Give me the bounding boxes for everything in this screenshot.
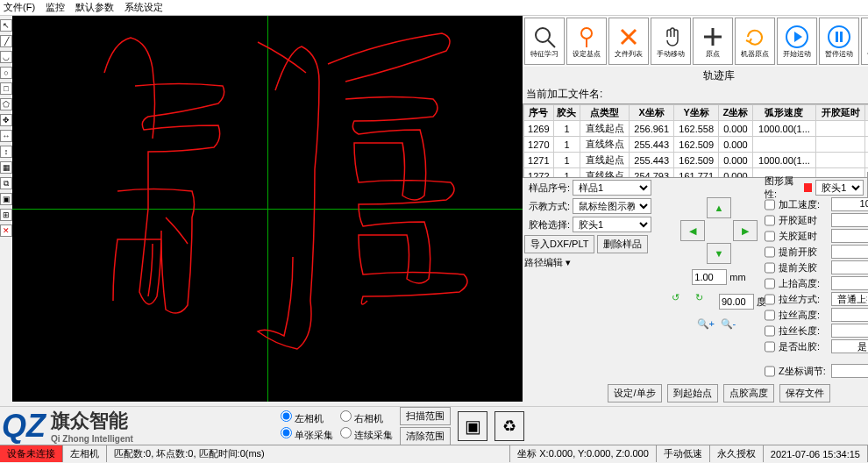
cont-cap-radio[interactable]: 连续采集 bbox=[340, 427, 393, 442]
glue-select[interactable]: 胶头1 bbox=[573, 217, 651, 232]
tool-arc[interactable]: ◡ bbox=[0, 51, 12, 63]
col-header[interactable]: 上抬高… bbox=[865, 105, 868, 121]
rotate-cw[interactable]: ↻ bbox=[695, 292, 716, 311]
table-row[interactable]: 12711直线起点255.443162.5090.0001000.00(1... bbox=[524, 153, 869, 168]
param-check-7[interactable] bbox=[765, 310, 775, 321]
col-header[interactable]: 开胶延时 bbox=[816, 105, 865, 121]
tool-icon[interactable]: ♻ bbox=[494, 411, 524, 441]
tool-copy[interactable]: ⧉ bbox=[0, 177, 12, 189]
chevron-down-icon[interactable]: ▾ bbox=[566, 257, 571, 268]
step-input[interactable] bbox=[692, 269, 727, 285]
col-header[interactable]: 序号 bbox=[524, 105, 554, 121]
param-check-5[interactable] bbox=[765, 278, 775, 289]
fit-view-icon[interactable]: ▣ bbox=[458, 411, 487, 441]
param-value-1[interactable]: 0 bbox=[831, 213, 868, 227]
param-check-0[interactable] bbox=[765, 199, 775, 210]
param-check-2[interactable] bbox=[765, 231, 775, 242]
trajectory-table[interactable]: 序号胶头点类型X坐标Y坐标Z坐标弧形速度开胶延时上抬高…12691直线起点256… bbox=[523, 103, 868, 178]
tool-move[interactable]: ✥ bbox=[0, 114, 12, 126]
col-header[interactable]: Z坐标 bbox=[719, 105, 752, 121]
arrow-up[interactable]: ▲ bbox=[707, 197, 731, 218]
zcomp-check[interactable] bbox=[765, 366, 775, 377]
menu-defparam[interactable]: 默认参数 bbox=[75, 1, 114, 14]
to-start-button[interactable]: 到起始点 bbox=[667, 384, 718, 402]
param-select-6[interactable]: 普通上抬 bbox=[831, 292, 868, 306]
manual-move-button[interactable]: 手动移动 bbox=[651, 18, 691, 65]
tool-poly[interactable]: ⬠ bbox=[0, 98, 12, 110]
zoom-in-icon[interactable]: 🔍+ bbox=[697, 318, 718, 338]
current-file-label: 当前加工文件名: bbox=[523, 85, 868, 103]
param-check-3[interactable] bbox=[765, 246, 775, 258]
zoom-out-icon[interactable]: 🔍- bbox=[721, 318, 742, 338]
stop-button[interactable]: 停止运动 bbox=[861, 18, 868, 65]
col-header[interactable]: 弧形速度 bbox=[752, 105, 816, 121]
left-cam-radio[interactable]: 左相机 bbox=[281, 410, 333, 425]
head-select[interactable]: 胶头1 bbox=[815, 180, 864, 196]
angle-input[interactable] bbox=[719, 294, 754, 310]
clear-range-button[interactable]: 清除范围 bbox=[400, 427, 451, 445]
table-row[interactable]: 12701直线终点255.443162.5090.0000.00 bbox=[524, 137, 869, 153]
col-header[interactable]: X坐标 bbox=[630, 105, 674, 121]
tool-array[interactable]: ⊞ bbox=[0, 209, 12, 221]
menu-file[interactable]: 文件(F) bbox=[4, 1, 35, 14]
scan-range-button[interactable]: 扫描范围 bbox=[400, 407, 451, 425]
tool-pointer[interactable]: ↖ bbox=[0, 19, 12, 32]
param-value-8[interactable]: 0 bbox=[831, 324, 868, 338]
design-canvas[interactable] bbox=[12, 16, 523, 402]
origin-button[interactable]: 原点 bbox=[693, 18, 733, 65]
param-check-9[interactable] bbox=[765, 341, 775, 353]
sample-no-select[interactable]: 样品1 bbox=[573, 180, 651, 196]
param-check-8[interactable] bbox=[765, 325, 775, 337]
machine-origin-button[interactable]: 机器原点 bbox=[735, 18, 775, 65]
file-list-button[interactable]: 文件列表 bbox=[608, 18, 649, 65]
svg-point-2 bbox=[581, 28, 592, 39]
zcomp-label: Z坐标调节: bbox=[779, 365, 828, 378]
col-header[interactable]: 胶头 bbox=[553, 105, 580, 121]
save-file-button[interactable]: 保存文件 bbox=[779, 384, 830, 402]
param-check-4[interactable] bbox=[765, 262, 775, 274]
tool-align-h[interactable]: ↔ bbox=[0, 130, 12, 142]
special-learn-button[interactable]: 特征学习 bbox=[524, 18, 565, 65]
tool-del[interactable]: ✕ bbox=[0, 224, 12, 237]
arrow-right[interactable]: ▶ bbox=[733, 220, 758, 241]
glue-height-button[interactable]: 点胶高度 bbox=[723, 384, 774, 402]
param-value-2[interactable]: 0 bbox=[831, 229, 868, 243]
tool-rect[interactable]: □ bbox=[0, 82, 12, 95]
rotate-ccw[interactable]: ↺ bbox=[672, 292, 693, 311]
param-select-9[interactable]: 是 bbox=[831, 339, 868, 353]
menu-monitor[interactable]: 监控 bbox=[46, 1, 65, 14]
set-step-button[interactable]: 设定/单步 bbox=[608, 384, 661, 402]
pause-button[interactable]: 暂停运动 bbox=[819, 18, 859, 65]
param-value-0[interactable]: 1000 bbox=[831, 197, 868, 211]
svg-point-0 bbox=[536, 28, 550, 42]
param-value-3[interactable]: 0 bbox=[831, 245, 868, 259]
param-value-5[interactable]: 0 bbox=[831, 276, 868, 290]
table-row[interactable]: 12721直线终点254.793161.7710.0000.00 bbox=[524, 168, 869, 179]
right-cam-radio[interactable]: 右相机 bbox=[340, 410, 393, 425]
param-check-1[interactable] bbox=[765, 215, 775, 226]
param-value-7[interactable]: 0 bbox=[831, 308, 868, 322]
tool-align-v[interactable]: ↕ bbox=[0, 146, 12, 158]
single-cap-radio[interactable]: 单张采集 bbox=[281, 427, 333, 442]
set-mark-button[interactable]: 设定基点 bbox=[566, 18, 607, 65]
tool-line[interactable]: ╱ bbox=[0, 35, 12, 47]
arrow-down[interactable]: ▼ bbox=[707, 243, 731, 264]
tool-img[interactable]: ▣ bbox=[0, 193, 12, 205]
delete-sample-button[interactable]: 删除样品 bbox=[597, 235, 648, 253]
menu-sysset[interactable]: 系统设定 bbox=[125, 1, 163, 14]
tool-circle[interactable]: ○ bbox=[0, 67, 12, 79]
tool-grid[interactable]: ▦ bbox=[0, 161, 12, 174]
status-coord: 坐标 X:0.000, Y:0.000, Z:0.000 bbox=[510, 445, 657, 462]
teach-select[interactable]: 鼠标绘图示教 bbox=[573, 198, 651, 214]
manual-move-icon bbox=[658, 25, 683, 49]
start-button[interactable]: 开始运动 bbox=[777, 18, 817, 65]
col-header[interactable]: 点类型 bbox=[580, 105, 630, 121]
zcomp-value[interactable]: 0 bbox=[831, 364, 868, 378]
param-check-6[interactable] bbox=[765, 294, 775, 305]
col-header[interactable]: Y坐标 bbox=[674, 105, 719, 121]
table-row[interactable]: 12691直线起点256.961162.5580.0001000.00(1...… bbox=[524, 121, 869, 137]
set-mark-icon bbox=[574, 25, 599, 49]
arrow-left[interactable]: ◀ bbox=[680, 220, 705, 241]
param-value-4[interactable]: 0 bbox=[831, 260, 868, 274]
import-button[interactable]: 导入DXF/PLT bbox=[524, 235, 594, 253]
